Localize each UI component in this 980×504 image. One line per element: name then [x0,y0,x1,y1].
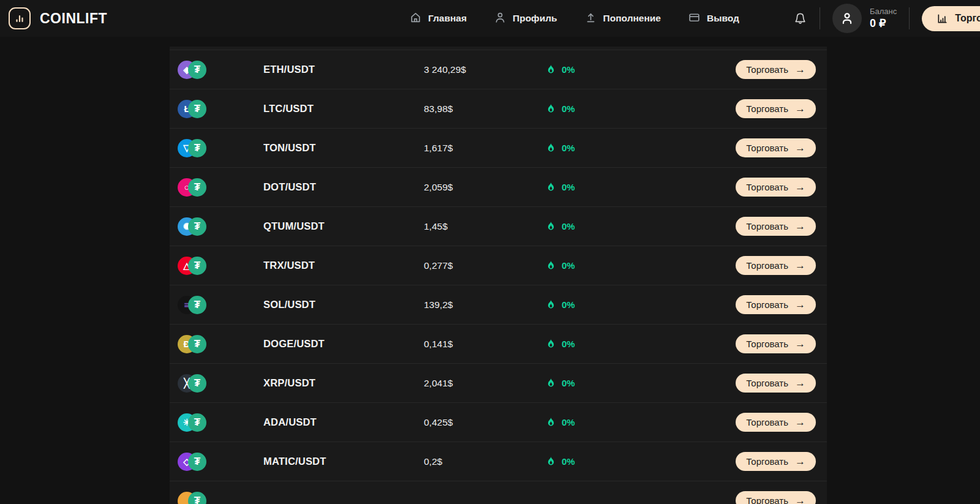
trade-button-label: Торговать [746,221,788,231]
pair-change: 0% [539,221,736,231]
trade-button-label: Торговать [746,495,788,504]
pair-change [539,495,736,504]
bell-icon[interactable] [793,12,807,26]
trade-button[interactable]: Торговать → [736,491,816,504]
usdt-icon: ₮ [188,413,206,432]
trade-button[interactable]: Торговать → [736,295,816,314]
trade-button[interactable]: Торговать → [736,452,816,471]
trade-button[interactable]: Торговать → [736,374,816,393]
pair-label: ADA/USDT [263,416,417,428]
change-value: 0% [562,417,575,427]
flame-icon [546,417,556,427]
pair-change: 0% [539,103,736,114]
change-value: 0% [562,456,575,467]
pair-icons: ≡ ₮ [178,296,263,314]
pair-label: MATIC/USDT [263,456,417,467]
trade-button[interactable]: Торговать → [736,217,816,236]
nav-item-withdraw[interactable]: Вывод [688,11,739,26]
pair-change: 0% [539,378,736,388]
change-value: 0% [562,182,575,192]
market-row: ╳ ₮ XRP/USDT 2,041$ 0% Торговать → [170,363,827,402]
header-trade-button-label: Торговать [955,13,980,24]
pair-price: 3 240,29$ [417,64,539,75]
pair-price: 1,617$ [417,143,539,154]
pair-label: DOGE/USDT [263,338,417,350]
trade-button[interactable]: Торговать → [736,178,816,197]
trade-button[interactable]: Торговать → [736,334,816,353]
arrow-right-icon: → [795,495,805,504]
arrow-right-icon: → [795,260,805,271]
nav-item-deposit[interactable]: Пополнение [584,11,661,26]
pair-change: 0% [539,260,736,271]
pair-label: LTC/USDT [263,103,417,115]
divider [909,7,910,29]
usdt-icon: ₮ [188,178,206,197]
pair-label: DOT/USDT [263,181,417,193]
trade-button[interactable]: Торговать → [736,60,816,79]
avatar[interactable] [832,4,862,33]
header-trade-button[interactable]: Торговать [922,6,980,31]
pair-icons: ▽ ₮ [178,139,263,157]
change-value: 0% [562,221,575,231]
flame-icon [546,339,556,349]
pair-icons: ◇ ₮ [178,453,263,471]
brand[interactable]: COINLIFT [9,7,107,29]
pair-price: 1,45$ [417,221,539,232]
pair-label: QTUM/USDT [263,220,417,232]
pair-icons: ╳ ₮ [178,374,263,393]
pair-icons: Ð ₮ [178,335,263,353]
pair-icons: △ ₮ [178,257,263,275]
pair-label: TRX/USDT [263,260,417,271]
pair-label: XRP/USDT [263,377,417,389]
trade-button[interactable]: Торговать → [736,138,816,157]
user-icon [494,11,507,26]
pair-price: 83,98$ [417,103,539,115]
trade-button[interactable]: Торговать → [736,99,816,118]
trade-button[interactable]: Торговать → [736,256,816,275]
pair-price: 2,041$ [417,378,539,389]
card-icon [688,11,701,26]
pair-icons: ₮ [178,492,263,504]
nav-item-profile[interactable]: Профиль [494,11,557,26]
arrow-right-icon: → [795,143,805,153]
flame-icon [546,182,556,192]
trade-button-label: Торговать [746,182,788,192]
market-row: ▽ ₮ TON/USDT 1,617$ 0% Торговать → [170,128,827,167]
pair-price: 2,059$ [417,182,539,193]
trade-button[interactable]: Торговать → [736,413,816,432]
nav-item-home[interactable]: Главная [409,11,467,26]
pair-icons: ✺ ₮ [178,217,263,236]
trade-button-label: Торговать [746,143,788,153]
flame-icon [546,143,556,153]
pair-change: 0% [539,182,736,192]
pair-price: 0,2$ [417,456,539,467]
market-row: ✳ ₮ ADA/USDT 0,425$ 0% Торговать → [170,402,827,442]
pair-price: 0,425$ [417,417,539,428]
market-row: ◇ ₮ MATIC/USDT 0,2$ 0% Торговать → [170,442,827,481]
header-right: Баланс 0 ₽ Торговать [793,0,980,37]
nav-label: Пополнение [603,13,661,24]
pair-change: 0% [539,456,736,467]
trade-button-label: Торговать [746,103,788,114]
flame-icon [546,260,556,271]
usdt-icon: ₮ [188,492,206,504]
arrow-right-icon: → [795,417,805,427]
arrow-right-icon: → [795,64,805,75]
usdt-icon: ₮ [188,100,206,118]
divider [820,7,820,29]
flame-icon [546,456,556,467]
flame-icon [546,221,556,231]
market-row: ○ ₮ DOT/USDT 2,059$ 0% Торговать → [170,167,827,206]
balance-value: 0 ₽ [870,17,897,31]
usdt-icon: ₮ [188,374,206,393]
arrow-right-icon: → [795,103,805,114]
change-value: 0% [562,103,575,114]
upload-icon [584,11,597,26]
change-value: 0% [562,143,575,153]
pair-price: 0,141$ [417,339,539,350]
pair-icons: ✳ ₮ [178,413,263,432]
change-value: 0% [562,339,575,349]
usdt-icon: ₮ [188,296,206,314]
pair-change: 0% [539,417,736,427]
flame-icon [546,378,556,388]
